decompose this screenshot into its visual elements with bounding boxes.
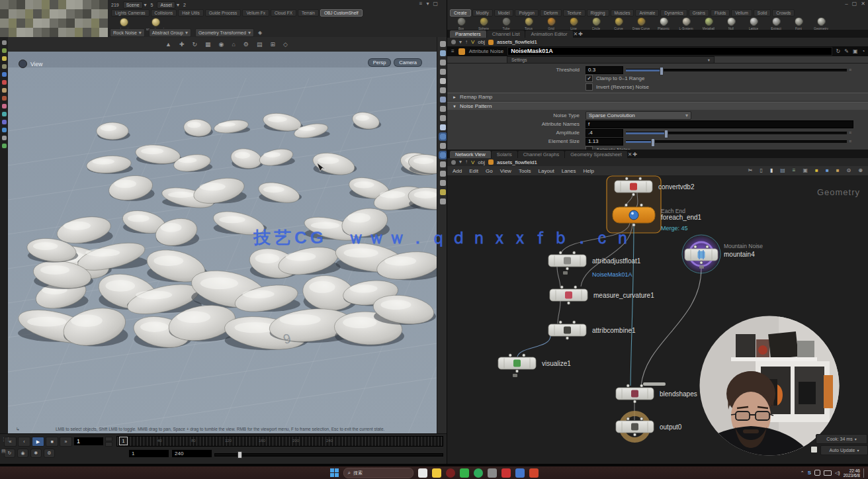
shelf-tab-dynamics[interactable]: Dynamics: [660, 9, 687, 17]
show-desktop-sliver[interactable]: [863, 468, 865, 478]
shelf-tab-rigging[interactable]: Rigging: [587, 9, 609, 17]
playback-option-3[interactable]: ⚙: [44, 449, 55, 458]
shelf-tool-geometry[interactable]: Geometry: [810, 17, 832, 30]
menu-field-box[interactable]: Asset: [157, 1, 175, 9]
left-corner-icon[interactable]: ▢: [433, 1, 438, 7]
window-control[interactable]: –: [845, 1, 847, 7]
left-tool-icon[interactable]: [2, 48, 7, 53]
shelf-tool-platonic[interactable]: Platonic: [652, 17, 675, 30]
taskbar-search[interactable]: ⌕ 搜索: [343, 468, 413, 478]
taskbar-app-2[interactable]: [446, 468, 455, 478]
tray-display-icon[interactable]: [814, 470, 820, 476]
display-option-icon[interactable]: [440, 189, 446, 195]
shelf-tab-create[interactable]: Create: [450, 9, 471, 17]
shelf-tab-solid[interactable]: Solid: [754, 9, 771, 17]
context-select-abstract-group[interactable]: Abstract Group▾: [149, 28, 191, 37]
pin-icon[interactable]: ◈: [258, 30, 262, 36]
shelf-tool-grid[interactable]: Grid: [540, 17, 562, 30]
shelf-tool-sphere[interactable]: Sphere: [472, 17, 495, 30]
display-option-icon[interactable]: [440, 143, 446, 149]
shelf-tool-extract[interactable]: Extract: [765, 17, 787, 30]
display-option-icon[interactable]: [440, 152, 446, 158]
path-root[interactable]: obj: [478, 39, 485, 45]
display-option-icon[interactable]: [440, 50, 446, 56]
shelf-tab-terrain[interactable]: Terrain: [298, 9, 319, 17]
frame-steppers[interactable]: [105, 437, 112, 447]
shelf-tab-hair-utils[interactable]: Hair Utils: [178, 9, 203, 17]
current-frame-field[interactable]: 1: [73, 437, 104, 446]
net-menu-lanes[interactable]: Lanes: [562, 168, 576, 174]
shelf-tool-draw-curve[interactable]: Draw Curve: [630, 17, 652, 30]
context-select-rock-noise[interactable]: Rock Noise▾: [110, 28, 145, 37]
slider-handle[interactable]: [664, 130, 668, 138]
viewport-tool-icon[interactable]: ⌂: [232, 41, 235, 48]
slider-handle[interactable]: [651, 138, 655, 147]
shelf-tool-l-system[interactable]: L-System: [675, 17, 697, 30]
checkbox-clamp-to-0-1-range[interactable]: ✓: [586, 75, 593, 82]
battery-icon[interactable]: [824, 470, 832, 476]
left-tool-icon[interactable]: [2, 144, 7, 148]
persp-button[interactable]: Persp: [368, 58, 392, 67]
net-toolbar-icon[interactable]: ▮: [770, 167, 773, 174]
display-option-icon[interactable]: [440, 134, 446, 140]
viewport-tool-icon[interactable]: ↻: [192, 41, 197, 48]
param-menu-icon[interactable]: ≡: [451, 48, 455, 55]
pane-divider[interactable]: [447, 0, 447, 464]
shelf-tab-muscles[interactable]: Muscles: [611, 9, 634, 17]
menu-field[interactable]: Scene▾: [123, 1, 147, 9]
menu-field[interactable]: 2: [183, 3, 186, 7]
ladder-icon[interactable]: ≡: [847, 130, 853, 135]
net-toolbar-icon[interactable]: ⊕: [858, 167, 863, 174]
left-tool-icon[interactable]: [2, 40, 7, 45]
range-end-field[interactable]: 240: [171, 449, 212, 458]
range-slider[interactable]: [214, 453, 443, 457]
path-dropdown-icon[interactable]: ▾: [459, 159, 462, 165]
param-header-icon[interactable]: ◔: [861, 48, 865, 55]
tray-app-icon[interactable]: S: [808, 470, 811, 476]
display-option-icon[interactable]: [440, 60, 446, 65]
path-up-icon[interactable]: ↑: [465, 39, 468, 46]
slider-element-size[interactable]: [626, 140, 847, 143]
net-toolbar-icon[interactable]: ✂: [748, 167, 753, 174]
left-tool-icon[interactable]: [2, 80, 7, 85]
network-path-node[interactable]: assets_flowfield1: [497, 159, 537, 165]
net-toolbar-icon[interactable]: ▤: [780, 167, 785, 174]
shelf-tab-texture[interactable]: Texture: [563, 9, 585, 17]
shelf-tab-model[interactable]: Model: [494, 9, 514, 17]
shelf-tab-lights-cameras[interactable]: Lights Cameras: [111, 9, 150, 17]
left-tool-icon[interactable]: [2, 104, 7, 109]
display-option-icon[interactable]: [440, 97, 446, 103]
value-field-amplitude[interactable]: .4: [586, 129, 623, 137]
param-header-icon[interactable]: ↻: [836, 48, 841, 55]
net-toolbar-icon[interactable]: ■: [815, 167, 818, 174]
shelf-tab-polygon[interactable]: Polygon: [515, 9, 539, 17]
value-field-threshold[interactable]: 0.3: [586, 66, 623, 74]
param-header-icon[interactable]: ✎: [844, 48, 849, 55]
shelf-tab-cloud-fx[interactable]: Cloud FX: [271, 9, 296, 17]
menu-field-box[interactable]: Scene: [123, 1, 143, 9]
select-noise-type[interactable]: Sparse Convolution▾: [586, 111, 691, 120]
param-section-noise-pattern[interactable]: ▼Noise Pattern: [447, 102, 868, 110]
camera-button[interactable]: Camera: [394, 58, 422, 67]
playbar-left-icon-1[interactable]: ⋮⋮: [1, 437, 11, 442]
net-menu-edit[interactable]: Edit: [469, 168, 478, 174]
shelf-tool-tube[interactable]: Tube: [495, 17, 517, 30]
tab-solaris[interactable]: Solaris: [492, 151, 517, 158]
playbar-left-icon-2[interactable]: ▤: [1, 449, 6, 454]
shelf-tab-crowds[interactable]: Crowds: [772, 9, 795, 17]
shelf-tab-fluids[interactable]: Fluids: [711, 9, 730, 17]
pin-icon[interactable]: [451, 160, 456, 165]
viewport-tool-icon[interactable]: ▦: [205, 41, 211, 48]
net-menu-help[interactable]: Help: [583, 168, 593, 174]
net-toolbar-icon[interactable]: ■: [836, 167, 840, 174]
net-menu-view[interactable]: View: [500, 168, 511, 174]
playback-option-2[interactable]: ✱: [30, 449, 42, 458]
shelf-tab-modify[interactable]: Modify: [472, 9, 493, 17]
range-slider-handle[interactable]: [238, 451, 242, 458]
left-corner-icon[interactable]: ≡: [419, 1, 423, 7]
display-option-icon[interactable]: [440, 69, 446, 75]
display-option-icon[interactable]: [440, 87, 446, 93]
taskbar-app-8[interactable]: [529, 468, 539, 478]
display-option-icon[interactable]: [440, 171, 446, 177]
shelf-tab-guide-process[interactable]: Guide Process: [205, 9, 241, 17]
